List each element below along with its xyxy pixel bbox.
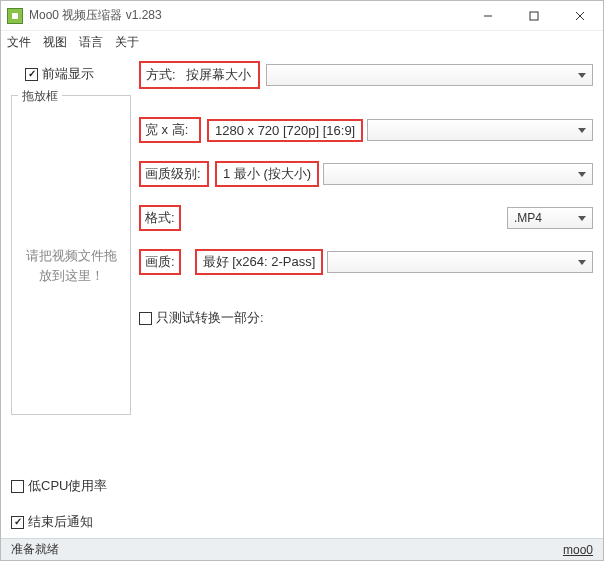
format-combo[interactable]: .MP4 xyxy=(507,207,593,229)
close-button[interactable] xyxy=(557,1,603,30)
wh-combo[interactable] xyxy=(367,119,593,141)
quality-level-combo[interactable] xyxy=(323,163,593,185)
method-row: 方式: 按屏幕大小 xyxy=(139,61,593,89)
right-column: 方式: 按屏幕大小 宽 x 高: 1280 x 720 [720p] [16:9… xyxy=(139,61,593,561)
always-on-top-row[interactable]: 前端显示 xyxy=(11,61,131,87)
format-combo-text: .MP4 xyxy=(514,211,572,225)
low-cpu-row[interactable]: 低CPU使用率 xyxy=(11,473,131,499)
quality-level-value-box: 1 最小 (按大小) xyxy=(215,161,319,187)
method-value-box: 按屏幕大小 xyxy=(180,64,257,86)
quality-combo[interactable] xyxy=(327,251,593,273)
menubar: 文件 视图 语言 关于 xyxy=(1,31,603,53)
notify-done-checkbox[interactable] xyxy=(11,516,24,529)
quality-value-box: 最好 [x264: 2-Pass] xyxy=(195,249,324,275)
quality-level-row: 画质级别: 1 最小 (按大小) xyxy=(139,161,593,187)
window-title: Moo0 视频压缩器 v1.283 xyxy=(29,7,465,24)
method-combo[interactable] xyxy=(266,64,593,86)
low-cpu-label: 低CPU使用率 xyxy=(28,477,107,495)
test-portion-checkbox[interactable] xyxy=(139,312,152,325)
test-portion-label: 只测试转换一部分: xyxy=(156,309,264,327)
notify-done-row[interactable]: 结束后通知 xyxy=(11,509,131,535)
wh-value-box: 1280 x 720 [720p] [16:9] xyxy=(207,119,363,142)
status-text: 准备就绪 xyxy=(11,541,59,558)
test-portion-row[interactable]: 只测试转换一部分: xyxy=(139,305,593,331)
svg-rect-1 xyxy=(530,12,538,20)
app-icon xyxy=(7,8,23,24)
quality-level-label: 画质级别: xyxy=(139,161,209,187)
menu-language[interactable]: 语言 xyxy=(79,34,103,51)
titlebar: Moo0 视频压缩器 v1.283 xyxy=(1,1,603,31)
maximize-button[interactable] xyxy=(511,1,557,30)
menu-view[interactable]: 视图 xyxy=(43,34,67,51)
window-controls xyxy=(465,1,603,30)
method-label: 方式: xyxy=(142,64,180,86)
wh-row: 宽 x 高: 1280 x 720 [720p] [16:9] xyxy=(139,117,593,143)
drop-zone[interactable]: 拖放框 请把视频文件拖 放到这里！ xyxy=(11,95,131,415)
quality-row: 画质: 最好 [x264: 2-Pass] xyxy=(139,249,593,275)
left-column: 前端显示 拖放框 请把视频文件拖 放到这里！ 低CPU使用率 结束后通知 结束后… xyxy=(11,61,131,561)
always-on-top-checkbox[interactable] xyxy=(25,68,38,81)
drop-zone-title: 拖放框 xyxy=(18,88,62,105)
content-area: 前端显示 拖放框 请把视频文件拖 放到这里！ 低CPU使用率 结束后通知 结束后… xyxy=(1,53,603,561)
low-cpu-checkbox[interactable] xyxy=(11,480,24,493)
format-row: 格式: .MP4 xyxy=(139,205,593,231)
format-label: 格式: xyxy=(139,205,181,231)
menu-file[interactable]: 文件 xyxy=(7,34,31,51)
status-link[interactable]: moo0 xyxy=(563,543,593,557)
minimize-button[interactable] xyxy=(465,1,511,30)
drop-zone-hint: 请把视频文件拖 放到这里！ xyxy=(12,246,130,285)
drop-hint-line2: 放到这里！ xyxy=(39,268,104,283)
drop-hint-line1: 请把视频文件拖 xyxy=(26,248,117,263)
wh-label: 宽 x 高: xyxy=(139,117,201,143)
quality-label: 画质: xyxy=(139,249,181,275)
menu-about[interactable]: 关于 xyxy=(115,34,139,51)
statusbar: 准备就绪 moo0 xyxy=(1,538,603,560)
always-on-top-label: 前端显示 xyxy=(42,65,94,83)
notify-done-label: 结束后通知 xyxy=(28,513,93,531)
